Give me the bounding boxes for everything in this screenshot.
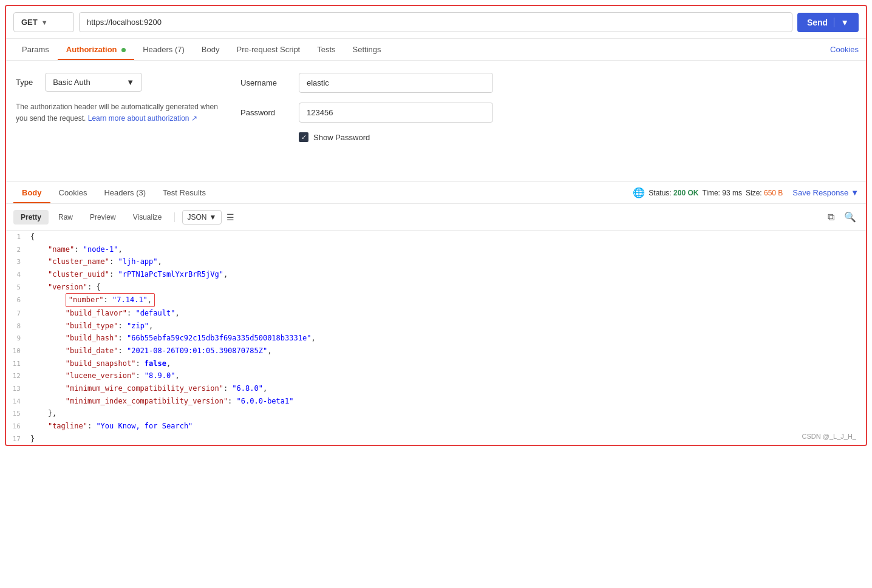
password-label: Password <box>240 108 289 117</box>
code-line: 5 "version": { <box>6 281 866 294</box>
format-tab-pretty[interactable]: Pretty <box>13 210 49 225</box>
response-status-area: 🌐 Status: 200 OK Time: 93 ms Size: 650 B… <box>633 182 859 203</box>
line-content: "cluster_name": "ljh-app", <box>30 255 162 268</box>
line-content: "tagline": "You Know, for Search" <box>30 420 192 432</box>
tab-authorization[interactable]: Authorization <box>58 39 134 60</box>
line-number: 9 <box>11 333 30 345</box>
format-tab-visualize[interactable]: Visualize <box>126 210 169 225</box>
line-content: "cluster_uuid": "rPTN1aPcTsmlYxrBrR5jVg"… <box>30 268 228 280</box>
format-tab-preview[interactable]: Preview <box>83 210 123 225</box>
code-line: 14 "minimum_index_compatibility_version"… <box>6 395 866 408</box>
line-number: 17 <box>11 434 30 445</box>
code-line: 8 "build_type": "zip", <box>6 320 866 333</box>
line-content: "build_type": "zip", <box>30 320 153 332</box>
password-input[interactable] <box>299 103 493 123</box>
line-number: 4 <box>11 269 30 281</box>
save-response-button[interactable]: Save Response ▼ <box>792 188 859 197</box>
line-content: "version": { <box>30 281 101 293</box>
password-row: Password <box>240 103 856 123</box>
line-content: { <box>30 231 35 243</box>
type-label: Type <box>16 78 33 87</box>
code-line: 6 "number": "7.14.1", <box>6 293 866 306</box>
app-container: GET ▼ Send ▼ Params Authorization Header… <box>5 5 867 446</box>
save-response-chevron-icon: ▼ <box>851 188 859 197</box>
method-select[interactable]: GET ▼ <box>13 12 74 32</box>
line-number: 10 <box>11 346 30 357</box>
line-content: }, <box>30 407 56 419</box>
code-line: 9 "build_hash": "66b55ebfa59c92c15db3f69… <box>6 332 866 345</box>
line-number: 7 <box>11 308 30 320</box>
response-tab-body[interactable]: Body <box>13 182 50 203</box>
response-tab-headers[interactable]: Headers (3) <box>95 182 154 203</box>
username-input[interactable] <box>299 73 493 93</box>
type-chevron-icon: ▼ <box>126 78 134 87</box>
json-format-select[interactable]: JSON ▼ <box>182 210 222 225</box>
line-content: "build_date": "2021-08-26T09:01:05.39087… <box>30 345 271 357</box>
line-number: 15 <box>11 408 30 420</box>
line-number: 8 <box>11 321 30 333</box>
line-content: "lucene_version": "8.9.0", <box>30 370 180 382</box>
code-area: 1{2 "name": "node-1",3 "cluster_name": "… <box>6 231 866 445</box>
type-select[interactable]: Basic Auth ▼ <box>45 73 142 92</box>
code-line: 10 "build_date": "2021-08-26T09:01:05.39… <box>6 345 866 357</box>
line-content: "minimum_index_compatibility_version": "… <box>30 395 293 407</box>
status-label: Status: 200 OK <box>649 189 698 197</box>
tab-params[interactable]: Params <box>13 39 58 60</box>
show-password-row: ✓ Show Password <box>299 132 856 142</box>
authorization-active-dot <box>121 48 126 52</box>
tab-tests[interactable]: Tests <box>308 39 344 60</box>
line-number: 13 <box>11 384 30 395</box>
copy-icon[interactable]: ⧉ <box>825 209 837 225</box>
code-line: 11 "build_snapshot": false, <box>6 357 866 370</box>
code-line: 1{ <box>6 231 866 243</box>
line-content: "build_snapshot": false, <box>30 357 171 370</box>
size-label: Size: 650 B <box>746 189 783 197</box>
learn-more-link[interactable]: Learn more about authorization ↗ <box>88 114 197 123</box>
line-content: "number": "7.14.1", <box>30 293 155 306</box>
search-icon[interactable]: 🔍 <box>842 209 859 225</box>
code-line: 15 }, <box>6 407 866 420</box>
type-row: Type Basic Auth ▼ <box>16 73 228 92</box>
method-chevron-icon: ▼ <box>41 19 48 26</box>
tab-headers[interactable]: Headers (7) <box>134 39 193 60</box>
send-label: Send <box>807 18 828 27</box>
line-number: 3 <box>11 257 30 268</box>
show-password-label: Show Password <box>313 133 370 142</box>
type-value: Basic Auth <box>53 78 90 87</box>
checkmark-icon: ✓ <box>301 134 307 141</box>
code-line: 7 "build_flavor": "default", <box>6 307 866 320</box>
line-content: "build_hash": "66b55ebfa59c92c15db3f69a3… <box>30 332 316 344</box>
show-password-checkbox[interactable]: ✓ <box>299 132 308 142</box>
status-ok-indicator: 🌐 Status: 200 OK Time: 93 ms Size: 650 B <box>633 187 783 198</box>
line-number: 14 <box>11 396 30 408</box>
send-button[interactable]: Send ▼ <box>797 13 859 32</box>
wrap-icon[interactable]: ☰ <box>224 210 237 225</box>
auth-left-panel: Type Basic Auth ▼ The authorization head… <box>16 73 240 169</box>
url-input[interactable] <box>79 12 792 32</box>
watermark: CSDN @_L_J_H_ <box>802 433 856 440</box>
response-tab-testresults[interactable]: Test Results <box>154 182 214 203</box>
line-content: "minimum_wire_compatibility_version": "6… <box>30 382 267 394</box>
code-line: 12 "lucene_version": "8.9.0", <box>6 370 866 382</box>
time-label: Time: 93 ms <box>702 189 742 197</box>
format-tabs-row: Pretty Raw Preview Visualize JSON ▼ ☰ ⧉ … <box>6 204 866 231</box>
tab-body[interactable]: Body <box>193 39 228 60</box>
line-number: 12 <box>11 371 30 382</box>
cookies-link[interactable]: Cookies <box>830 45 859 54</box>
response-tabs: Body Cookies Headers (3) Test Results 🌐 … <box>6 182 866 204</box>
code-line: 4 "cluster_uuid": "rPTN1aPcTsmlYxrBrR5jV… <box>6 268 866 281</box>
line-number: 5 <box>11 282 30 294</box>
line-number: 1 <box>11 232 30 243</box>
code-area-wrapper: 1{2 "name": "node-1",3 "cluster_name": "… <box>6 231 866 445</box>
line-content: } <box>30 433 35 445</box>
line-number: 6 <box>11 295 30 306</box>
tab-settings[interactable]: Settings <box>344 39 390 60</box>
globe-icon: 🌐 <box>633 187 645 198</box>
line-content: "name": "node-1", <box>30 243 123 255</box>
code-line: 2 "name": "node-1", <box>6 243 866 256</box>
code-line: 3 "cluster_name": "ljh-app", <box>6 255 866 268</box>
tab-prerequest[interactable]: Pre-request Script <box>228 39 308 60</box>
code-line: 13 "minimum_wire_compatibility_version":… <box>6 382 866 395</box>
response-tab-cookies[interactable]: Cookies <box>50 182 96 203</box>
format-tab-raw[interactable]: Raw <box>51 210 80 225</box>
